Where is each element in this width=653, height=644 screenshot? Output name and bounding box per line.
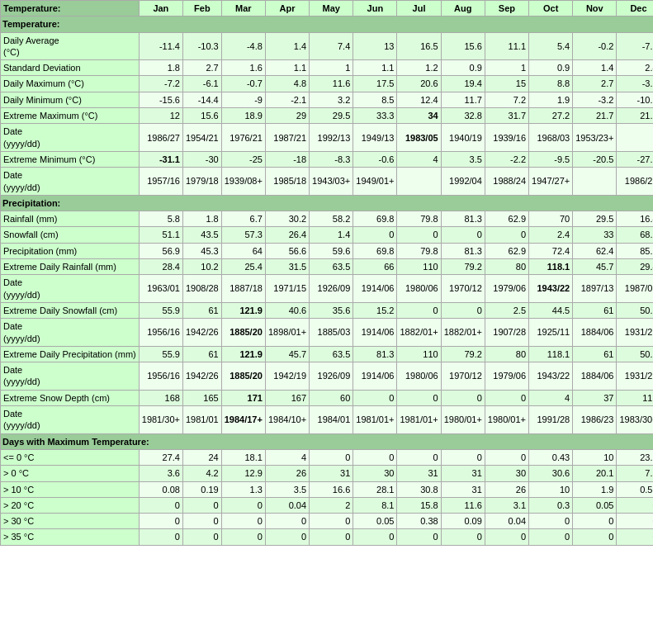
row-label-24: > 10 °C bbox=[1, 481, 140, 497]
cell-27-10: 0 bbox=[573, 529, 617, 545]
cell-3-2: -0.7 bbox=[221, 76, 265, 92]
cell-14-8: 1979/06 bbox=[485, 275, 528, 303]
cell-7-10: -20.5 bbox=[573, 151, 617, 167]
cell-1-5: 13 bbox=[353, 32, 397, 60]
cell-6-5: 1949/13 bbox=[353, 124, 397, 152]
cell-6-8: 1939/16 bbox=[485, 124, 528, 152]
row-label-18: Date(yyyy/dd) bbox=[1, 362, 140, 391]
cell-24-11: 0.55 bbox=[617, 481, 653, 497]
cell-14-9: 1943/22 bbox=[529, 275, 573, 303]
cell-19-11: 111 bbox=[617, 390, 653, 405]
cell-24-4: 16.6 bbox=[310, 481, 353, 497]
cell-18-5: 1914/06 bbox=[353, 362, 397, 391]
cell-26-6: 0.38 bbox=[397, 514, 441, 529]
cell-27-4: 0 bbox=[310, 529, 353, 545]
cell-22-3: 4 bbox=[265, 449, 309, 465]
cell-1-3: 1.4 bbox=[265, 32, 309, 60]
cell-22-10: 10 bbox=[573, 449, 617, 465]
cell-15-4: 35.6 bbox=[310, 302, 353, 318]
cell-4-7: 11.7 bbox=[441, 92, 485, 107]
cell-20-8: 1980/01+ bbox=[485, 406, 528, 434]
cell-19-7: 0 bbox=[441, 390, 485, 405]
cell-22-8: 0 bbox=[485, 449, 528, 465]
cell-22-11: 23.8 bbox=[617, 449, 653, 465]
cell-12-9: 72.4 bbox=[529, 243, 573, 258]
cell-26-8: 0.04 bbox=[485, 514, 528, 529]
cell-16-7: 1882/01+ bbox=[441, 319, 485, 347]
cell-16-11: 1931/27 bbox=[617, 319, 653, 347]
cell-22-2: 18.1 bbox=[221, 449, 265, 465]
cell-16-4: 1885/03 bbox=[310, 319, 353, 347]
cell-27-5: 0 bbox=[353, 529, 397, 545]
cell-10-0: 5.8 bbox=[139, 211, 182, 227]
cell-13-11: 29.4 bbox=[617, 259, 653, 275]
cell-14-3: 1971/15 bbox=[265, 275, 309, 303]
cell-17-6: 110 bbox=[397, 346, 441, 362]
cell-7-6: 4 bbox=[397, 151, 441, 167]
cell-13-7: 79.2 bbox=[441, 259, 485, 275]
cell-20-7: 1980/01+ bbox=[441, 406, 485, 434]
cell-4-1: -14.4 bbox=[182, 92, 221, 107]
cell-10-5: 69.8 bbox=[353, 211, 397, 227]
cell-3-5: 17.5 bbox=[353, 76, 397, 92]
cell-12-10: 62.4 bbox=[573, 243, 617, 258]
cell-6-0: 1986/27 bbox=[139, 124, 182, 152]
cell-10-9: 70 bbox=[529, 211, 573, 227]
cell-20-5: 1981/01+ bbox=[353, 406, 397, 434]
cell-26-3: 0 bbox=[265, 514, 309, 529]
cell-14-4: 1926/09 bbox=[310, 275, 353, 303]
climate-table: Temperature: Jan Feb Mar Apr May Jun Jul… bbox=[0, 0, 653, 546]
cell-4-6: 12.4 bbox=[397, 92, 441, 107]
cell-24-5: 28.1 bbox=[353, 481, 397, 497]
cell-7-1: -30 bbox=[182, 151, 221, 167]
cell-23-4: 31 bbox=[310, 466, 353, 481]
cell-8-1: 1979/18 bbox=[182, 168, 221, 196]
cell-11-9: 2.4 bbox=[529, 227, 573, 243]
cell-17-0: 55.9 bbox=[139, 346, 182, 362]
cell-24-2: 1.3 bbox=[221, 481, 265, 497]
cell-5-5: 33.3 bbox=[353, 108, 397, 124]
cell-4-0: -15.6 bbox=[139, 92, 182, 107]
cell-2-5: 1.1 bbox=[353, 60, 397, 76]
col-header-oct: Oct bbox=[529, 1, 573, 17]
cell-11-6: 0 bbox=[397, 227, 441, 243]
cell-1-8: 11.1 bbox=[485, 32, 528, 60]
cell-7-8: -2.2 bbox=[485, 151, 528, 167]
cell-23-2: 12.9 bbox=[221, 466, 265, 481]
col-header-mar: Mar bbox=[221, 1, 265, 17]
cell-11-5: 0 bbox=[353, 227, 397, 243]
cell-7-4: -8.3 bbox=[310, 151, 353, 167]
cell-25-4: 2 bbox=[310, 497, 353, 513]
cell-25-3: 0.04 bbox=[265, 497, 309, 513]
cell-8-6 bbox=[397, 168, 441, 196]
cell-17-1: 61 bbox=[182, 346, 221, 362]
cell-18-4: 1926/09 bbox=[310, 362, 353, 391]
col-header-may: May bbox=[310, 1, 353, 17]
cell-23-10: 20.1 bbox=[573, 466, 617, 481]
cell-23-3: 26 bbox=[265, 466, 309, 481]
cell-25-10: 0.05 bbox=[573, 497, 617, 513]
cell-16-5: 1914/06 bbox=[353, 319, 397, 347]
cell-8-8: 1988/24 bbox=[485, 168, 528, 196]
cell-15-7: 0 bbox=[441, 302, 485, 318]
cell-19-2: 171 bbox=[221, 390, 265, 405]
cell-5-1: 15.6 bbox=[182, 108, 221, 124]
cell-3-6: 20.6 bbox=[397, 76, 441, 92]
cell-1-0: -11.4 bbox=[139, 32, 182, 60]
cell-1-2: -4.8 bbox=[221, 32, 265, 60]
cell-19-4: 60 bbox=[310, 390, 353, 405]
cell-4-11: -10.5 bbox=[617, 92, 653, 107]
cell-2-1: 2.7 bbox=[182, 60, 221, 76]
cell-7-0: -31.1 bbox=[139, 151, 182, 167]
cell-5-6: 34 bbox=[397, 108, 441, 124]
cell-11-3: 26.4 bbox=[265, 227, 309, 243]
cell-18-1: 1942/26 bbox=[182, 362, 221, 391]
col-header-apr: Apr bbox=[265, 1, 309, 17]
cell-2-2: 1.6 bbox=[221, 60, 265, 76]
cell-23-1: 4.2 bbox=[182, 466, 221, 481]
row-label-7: Extreme Minimum (°C) bbox=[1, 151, 140, 167]
row-label-19: Extreme Snow Depth (cm) bbox=[1, 390, 140, 405]
cell-2-9: 0.9 bbox=[529, 60, 573, 76]
cell-16-8: 1907/28 bbox=[485, 319, 528, 347]
cell-4-3: -2.1 bbox=[265, 92, 309, 107]
